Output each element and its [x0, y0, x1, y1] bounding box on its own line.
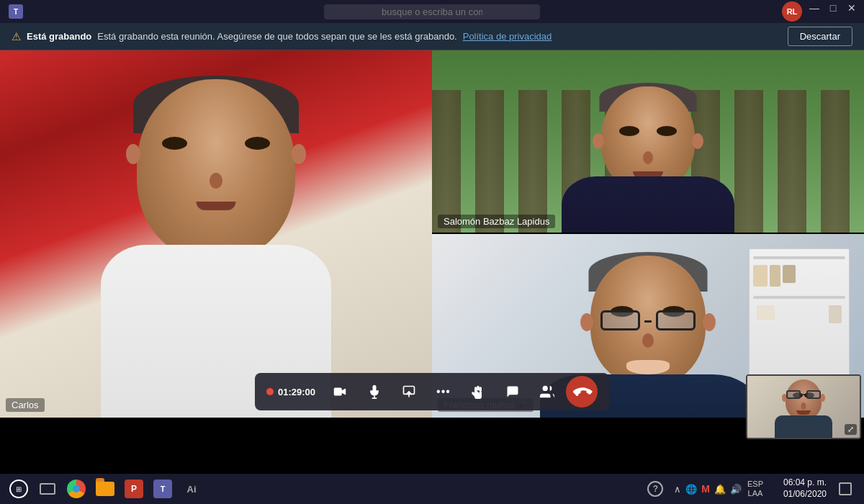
powerpoint-icon: P: [125, 480, 143, 498]
maximize-button[interactable]: □: [827, 1, 840, 14]
system-tray: ∧ 🌐 M 🔔 🔊: [674, 483, 742, 495]
self-view-thumbnail[interactable]: ⤢: [746, 374, 861, 439]
search-bar[interactable]: [324, 4, 540, 19]
powerpoint-taskbar-icon[interactable]: P: [121, 476, 147, 502]
teams-icon: T: [153, 480, 172, 498]
date-display: 01/06/2020: [783, 489, 827, 500]
tr-body: [562, 176, 734, 234]
network-icon[interactable]: 🌐: [685, 484, 697, 495]
teams-taskbar-icon[interactable]: T: [150, 476, 176, 502]
sv-face: [786, 379, 822, 419]
top-right-participant-name: Salomón Bazbaz Lapidus: [438, 215, 555, 228]
background-shelf: [749, 248, 850, 392]
discard-button[interactable]: Descartar: [788, 27, 852, 46]
files-taskbar-icon[interactable]: [92, 476, 118, 502]
more-options-button[interactable]: •••: [428, 376, 459, 408]
expand-self-view[interactable]: ⤢: [845, 424, 857, 435]
main-participant-name: Carlos: [6, 398, 45, 412]
start-button[interactable]: ⊞: [6, 476, 32, 502]
locale-laa: LAA: [748, 489, 763, 498]
recording-dot: [266, 388, 274, 395]
video-area: Carlos Salomón Bazbaz Lapidus: [0, 50, 864, 418]
recording-message: Está grabando esta reunión. Asegúrese de…: [97, 31, 456, 42]
taskbar: ⊞ P T Ai ? ∧ 🌐: [0, 474, 864, 504]
notification-icon[interactable]: 🔔: [714, 484, 726, 495]
gmail-icon[interactable]: M: [701, 483, 710, 495]
volume-icon[interactable]: 🔊: [730, 484, 742, 495]
top-right-participant-video: Salomón Bazbaz Lapidus: [432, 50, 864, 234]
privacy-link[interactable]: Política de privacidad: [463, 31, 552, 42]
tr-face: [601, 86, 695, 191]
locale-esp: ESP: [747, 480, 763, 489]
participant-face: [137, 79, 295, 259]
locale-display: ESP LAA: [747, 480, 763, 498]
chrome-icon: [67, 480, 86, 498]
task-view-button[interactable]: [35, 476, 60, 502]
control-bar: 01:29:00 •••: [255, 373, 609, 410]
time-display: 06:04 p. m.: [783, 477, 827, 489]
chrome-taskbar-icon[interactable]: [63, 476, 89, 502]
participants-button[interactable]: [531, 376, 563, 408]
camera-button[interactable]: [324, 376, 356, 408]
folder-icon: [96, 482, 114, 496]
bottom-area: ⤢: [0, 418, 864, 474]
recording-label: Está grabando: [27, 31, 91, 42]
user-avatar[interactable]: RL: [782, 1, 802, 22]
br-glasses: [598, 310, 698, 331]
chat-button[interactable]: [497, 376, 528, 408]
windows-icon: ⊞: [9, 480, 28, 498]
app-icon: T: [6, 1, 26, 22]
taskbar-left: ⊞ P T Ai: [6, 476, 204, 502]
ai-label[interactable]: Ai: [179, 476, 204, 502]
recording-time: 01:29:00: [278, 387, 315, 397]
sv-body: [775, 415, 832, 439]
microphone-button[interactable]: [359, 376, 390, 408]
recording-banner: ⚠ Está grabando Está grabando esta reuni…: [0, 23, 864, 50]
help-button[interactable]: ?: [642, 476, 668, 502]
close-button[interactable]: ✕: [845, 1, 858, 14]
end-call-button[interactable]: [566, 376, 598, 408]
minimize-button[interactable]: —: [808, 1, 821, 14]
warning-icon: ⚠: [12, 30, 21, 43]
share-screen-button[interactable]: [393, 376, 425, 408]
main-participant-video: Carlos: [0, 50, 432, 418]
recording-indicator: 01:29:00: [266, 387, 315, 397]
title-bar: T RL — □ ✕: [0, 0, 864, 23]
clock: 06:04 p. m. 01/06/2020: [769, 477, 827, 500]
taskbar-right: ? ∧ 🌐 M 🔔 🔊 ESP LAA 06:04 p. m. 01/06/20…: [642, 476, 858, 502]
right-video-panel: Salomón Bazbaz Lapidus: [432, 50, 864, 418]
search-input[interactable]: [324, 4, 540, 19]
action-center-button[interactable]: [832, 476, 858, 502]
tray-expand-icon[interactable]: ∧: [674, 484, 681, 495]
raise-hand-button[interactable]: [462, 376, 494, 408]
svg-point-4: [543, 386, 548, 391]
